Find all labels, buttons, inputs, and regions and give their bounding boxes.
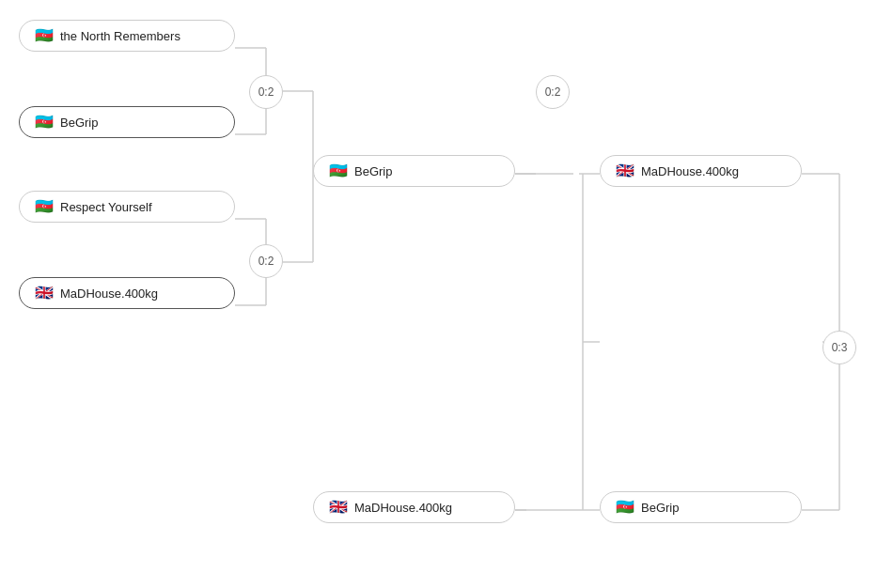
flag-t8: 🇦🇿 [616, 500, 634, 515]
team-node-t8[interactable]: 🇦🇿 BeGrip [600, 491, 802, 523]
team-node-t4[interactable]: 🇬🇧 MaDHouse.400kg [19, 277, 235, 309]
score-badge-s2: 0:2 [249, 244, 283, 278]
flag-t2: 🇦🇿 [35, 115, 54, 130]
score-badge-s1: 0:2 [249, 75, 283, 109]
flag-t7: 🇬🇧 [329, 500, 348, 515]
flag-t1: 🇦🇿 [35, 28, 54, 43]
team-node-t7[interactable]: 🇬🇧 MaDHouse.400kg [313, 491, 515, 523]
score-badge-s3: 0:2 [536, 75, 570, 109]
team-name-t2: BeGrip [60, 116, 98, 130]
team-name-t4: MaDHouse.400kg [60, 286, 158, 301]
team-node-t6[interactable]: 🇬🇧 MaDHouse.400kg [600, 155, 802, 187]
team-node-t2[interactable]: 🇦🇿 BeGrip [19, 106, 235, 138]
team-node-t5[interactable]: 🇦🇿 BeGrip [313, 155, 515, 187]
team-name-t3: Respect Yourself [60, 200, 152, 214]
score-badge-s4: 0:3 [822, 331, 856, 364]
team-name-t6: MaDHouse.400kg [641, 164, 739, 178]
team-node-t1[interactable]: 🇦🇿 the North Remembers [19, 20, 235, 52]
team-node-t3[interactable]: 🇦🇿 Respect Yourself [19, 191, 235, 223]
flag-t4: 🇬🇧 [35, 286, 54, 301]
team-name-t1: the North Remembers [60, 29, 180, 43]
team-name-t7: MaDHouse.400kg [354, 501, 452, 515]
bracket-container: 🇦🇿 the North Remembers 🇦🇿 BeGrip 🇦🇿 Resp… [0, 0, 877, 588]
team-name-t5: BeGrip [354, 164, 392, 178]
flag-t6: 🇬🇧 [616, 163, 634, 178]
flag-t3: 🇦🇿 [35, 199, 54, 214]
flag-t5: 🇦🇿 [329, 163, 348, 178]
team-name-t8: BeGrip [641, 501, 679, 515]
